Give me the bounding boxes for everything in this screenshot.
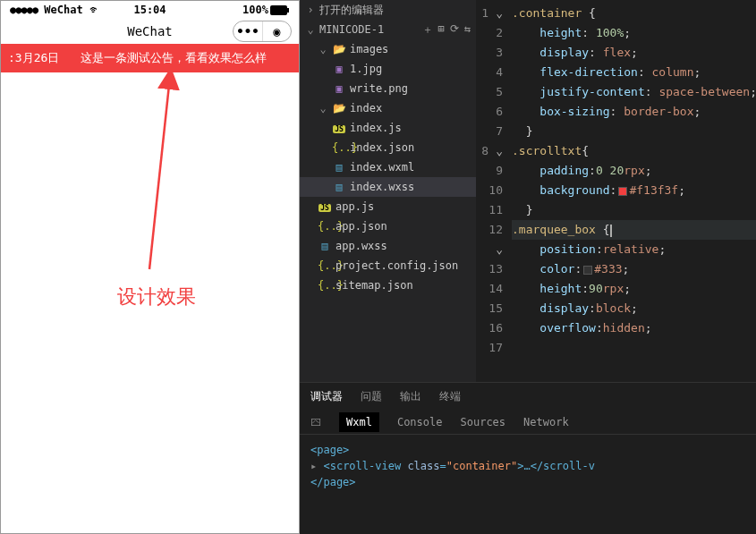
file-app-wxss[interactable]: ▤app.wxss xyxy=(300,236,476,256)
code-editor[interactable]: 1 ⌄2 3 4 5 6 7 8 ⌄9 10 11 12 ⌄13 14 15 1… xyxy=(476,0,756,382)
file-write-png[interactable]: ▣write.png xyxy=(300,79,476,98)
tab-output[interactable]: 输出 xyxy=(400,389,421,404)
project-root[interactable]: ⌄MINICODE-1 ＋ ⊞ ⟳ ⇆ xyxy=(300,20,476,39)
svg-line-2 xyxy=(149,85,169,269)
open-editors-section[interactable]: ›打开的编辑器 xyxy=(300,0,476,20)
simulator-canvas: 设计效果 xyxy=(1,72,299,533)
tab-debugger[interactable]: 调试器 xyxy=(310,389,343,404)
collapse-icon[interactable]: ⇆ xyxy=(464,22,471,38)
status-bar: ●●●●● WeChat ᯤ 15:04 100% xyxy=(1,1,299,19)
tab-sources[interactable]: Sources xyxy=(460,416,505,428)
file-index-wxml[interactable]: ▤index.wxml xyxy=(300,157,476,177)
svg-rect-1 xyxy=(287,8,289,13)
tab-console[interactable]: Console xyxy=(397,416,443,428)
tab-problems[interactable]: 问题 xyxy=(361,389,382,404)
close-icon[interactable]: ◉ xyxy=(262,21,291,41)
file-images[interactable]: ⌄📂images xyxy=(300,39,476,59)
dom-tree[interactable]: <page> ▸ <scroll-view class="container">… xyxy=(300,435,756,497)
file-app-js[interactable]: JSapp.js xyxy=(300,197,476,216)
bottom-panel: 调试器 问题 输出 终端 ⮹ Wxml Console Sources Netw… xyxy=(300,382,756,534)
annotation-label: 设计效果 xyxy=(117,284,196,310)
ide-pane: ›打开的编辑器 ⌄MINICODE-1 ＋ ⊞ ⟳ ⇆ ⌄📂images▣1.j… xyxy=(300,0,756,534)
file-1-jpg[interactable]: ▣1.jpg xyxy=(300,59,476,79)
file-app-json[interactable]: {..}app.json xyxy=(300,216,476,236)
svg-rect-0 xyxy=(270,5,287,15)
annotation-arrow xyxy=(87,72,185,278)
page-title: WeChat xyxy=(127,24,173,38)
inspect-icon[interactable]: ⮹ xyxy=(310,416,321,428)
simulator-pane: ●●●●● WeChat ᯤ 15:04 100% WeChat ••• ◉ :… xyxy=(0,0,300,534)
panel-tabs[interactable]: 调试器 问题 输出 终端 xyxy=(300,383,756,410)
tab-network[interactable]: Network xyxy=(523,416,569,428)
file-index-wxss[interactable]: ▤index.wxss xyxy=(300,177,476,197)
signal-carrier: ●●●●● WeChat ᯤ xyxy=(10,4,100,16)
new-folder-icon[interactable]: ⊞ xyxy=(438,22,445,38)
new-file-icon[interactable]: ＋ xyxy=(422,22,433,38)
nav-bar: WeChat ••• ◉ xyxy=(1,19,299,44)
capsule-button[interactable]: ••• ◉ xyxy=(233,21,292,42)
menu-icon[interactable]: ••• xyxy=(234,21,262,41)
file-project-config-json[interactable]: {..}project.config.json xyxy=(300,256,476,275)
refresh-icon[interactable]: ⟳ xyxy=(450,22,459,38)
announcement-banner: :3月26日这是一条测试公告，看看效果怎么样 xyxy=(1,44,299,72)
file-index-json[interactable]: {..}index.json xyxy=(300,138,476,157)
explorer-panel[interactable]: ›打开的编辑器 ⌄MINICODE-1 ＋ ⊞ ⟳ ⇆ ⌄📂images▣1.j… xyxy=(300,0,476,382)
file-sitemap-json[interactable]: {..}sitemap.json xyxy=(300,275,476,295)
file-index-js[interactable]: JSindex.js xyxy=(300,118,476,138)
file-index[interactable]: ⌄📂index xyxy=(300,98,476,118)
wifi-icon: ᯤ xyxy=(89,4,100,16)
devtools-tabs[interactable]: ⮹ Wxml Console Sources Network xyxy=(300,410,756,435)
battery-indicator: 100% xyxy=(242,4,290,16)
clock: 15:04 xyxy=(133,4,166,16)
tab-terminal[interactable]: 终端 xyxy=(439,389,461,404)
tab-wxml[interactable]: Wxml xyxy=(339,412,379,432)
